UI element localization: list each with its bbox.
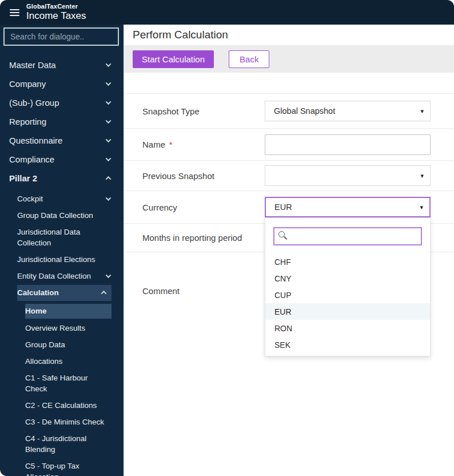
currency-option-sek[interactable]: SEK [265,336,430,353]
snapshot-type-label: Snapshot Type [142,106,265,116]
currency-option-chf[interactable]: CHF [265,253,430,270]
sidebar-item-label: Compliance [9,154,54,164]
sidebar-item-compliance[interactable]: Compliance [0,150,124,169]
page-title: Perform Calculation [133,29,228,41]
start-calculation-button[interactable]: Start Calculation [133,50,214,68]
caret-down-icon: ▾ [420,204,423,211]
name-input[interactable] [265,134,431,155]
comment-label: Comment [142,286,265,296]
chevron-down-icon [106,61,111,67]
currency-value: EUR [274,203,292,212]
sidebar-item-master-data[interactable]: Master Data [0,55,124,74]
sidebar-item-label: C3 - De Minimis Check [25,416,104,427]
calculation-form: Snapshot Type Global Snapshot ▾ Name* [124,93,454,329]
sidebar-item-calculation[interactable]: Calculation [17,285,111,301]
sidebar-item-company[interactable]: Company [0,74,124,93]
name-label-text: Name [142,140,165,149]
sidebar-item-label: C1 - Safe Harbour Check [25,372,110,394]
page-title-bar: Perform Calculation [124,25,454,45]
currency-option-eur[interactable]: EUR [265,303,430,320]
sidebar-item-c1-safe-harbour-check[interactable]: C1 - Safe Harbour Check [0,370,124,397]
sidebar-item-label: Pillar 2 [9,173,37,183]
main-content: Perform Calculation Start Calculation Ba… [124,25,454,476]
currency-option-cny[interactable]: CNY [265,270,430,287]
chevron-down-icon [106,156,111,161]
sidebar-item-label: Overview Results [25,323,85,334]
sidebar-item-label: Jurisdictional Elections [17,254,95,265]
header-titles: GlobalTaxCenter Income Taxes [26,3,86,21]
sidebar-item-reporting[interactable]: Reporting [0,112,124,131]
chevron-down-icon [106,80,111,86]
app-header: GlobalTaxCenter Income Taxes [0,0,454,25]
chevron-down-icon [106,195,111,201]
sidebar-item-sub-group[interactable]: (Sub-) Group [0,93,124,112]
sidebar-item-c3-de-minimis-check[interactable]: C3 - De Minimis Check [0,414,124,430]
currency-select[interactable]: EUR ▾ [265,197,431,217]
toolbar: Start Calculation Back [124,45,454,73]
snapshot-type-select[interactable]: Global Snapshot ▾ [265,101,431,121]
sidebar-item-label: Questionnaire [9,136,62,145]
sidebar-item-home[interactable]: Home [25,304,111,319]
sidebar-item-label: Home [25,306,47,316]
sidebar-item-label: Calculation [17,287,59,298]
snapshot-type-row: Snapshot Type Global Snapshot ▾ [124,93,454,129]
sidebar-item-pillar-2[interactable]: Pillar 2 [0,169,124,188]
sidebar-item-allocations[interactable]: Allocations [0,353,124,370]
sidebar-item-label: C5 - Top-up Tax Allocation [25,461,110,476]
sidebar-item-entity-data-collection[interactable]: Entity Data Collection [0,268,124,284]
sidebar-item-label: C4 - Jurisdictional Blending [25,433,110,455]
sidebar-item-group-data-collection[interactable]: Group Data Collection [0,207,124,224]
sidebar-item-c5-top-up-tax-allocation[interactable]: C5 - Top-up Tax Allocation [0,458,124,476]
header-page-title: Income Taxes [26,10,86,22]
sidebar-item-jurisdictional-elections[interactable]: Jurisdictional Elections [0,251,124,268]
sidebar-item-label: Allocations [25,356,62,367]
caret-down-icon: ▾ [420,108,424,114]
pillar2-submenu: Cockpit Group Data Collection Jurisdicti… [0,191,124,476]
months-label: Months in reporting period [142,233,265,243]
sidebar-item-label: Jurisdictional Data Collection [17,227,103,248]
sidebar-item-label: Cockpit [17,193,43,204]
sidebar: Master Data Company (Sub-) Group Reporti… [0,25,124,476]
sidebar-item-jurisdictional-data-collection[interactable]: Jurisdictional Data Collection [0,224,124,251]
sidebar-item-overview-results[interactable]: Overview Results [0,320,124,336]
sidebar-item-label: Entity Data Collection [17,271,91,281]
sidebar-item-questionnaire[interactable]: Questionnaire [0,131,124,150]
chevron-up-icon [101,291,107,296]
caret-down-icon: ▾ [420,173,424,179]
hamburger-menu-icon[interactable] [10,7,19,18]
calculation-submenu: Home Overview Results Group Data Allocat… [0,304,124,476]
sidebar-item-c4-jurisdictional-blending[interactable]: C4 - Jurisdictional Blending [0,430,124,458]
sidebar-item-label: Master Data [9,60,56,70]
previous-snapshot-label: Previous Snapshot [142,171,265,181]
sidebar-item-cockpit[interactable]: Cockpit [0,191,124,207]
sidebar-item-c2-ce-calculations[interactable]: C2 - CE Calculations [0,397,124,414]
currency-label: Currency [142,203,265,212]
sidebar-search-input[interactable] [3,27,119,46]
back-button[interactable]: Back [229,50,269,68]
app-window: GlobalTaxCenter Income Taxes Master Data… [0,0,454,476]
currency-option-ron[interactable]: RON [265,320,430,336]
chevron-down-icon [106,137,111,142]
sidebar-item-label: C2 - CE Calculations [25,400,97,411]
previous-snapshot-row: Previous Snapshot ▾ [124,161,454,191]
sidebar-item-label: Group Data [25,339,65,350]
app-name: GlobalTaxCenter [26,3,86,10]
chevron-up-icon [106,176,111,182]
sidebar-item-label: Reporting [9,117,46,126]
search-icon [278,231,285,237]
previous-snapshot-select[interactable]: ▾ [265,165,431,186]
chevron-down-icon [106,272,111,278]
required-asterisk: * [169,140,172,149]
sidebar-nav: Master Data Company (Sub-) Group Reporti… [0,55,124,476]
currency-dropdown-panel: CHF CNY CUP EUR RON SEK [265,217,431,356]
currency-option-cup[interactable]: CUP [265,287,430,303]
sidebar-item-label: Company [9,79,46,89]
snapshot-type-value: Global Snapshot [274,106,335,116]
currency-search-input[interactable] [273,227,422,245]
name-row: Name* [124,129,454,161]
sidebar-item-label: Group Data Collection [17,210,93,221]
name-label: Name* [142,140,265,149]
chevron-down-icon [106,99,111,105]
sidebar-item-label: (Sub-) Group [9,98,59,108]
sidebar-item-group-data[interactable]: Group Data [0,336,124,353]
